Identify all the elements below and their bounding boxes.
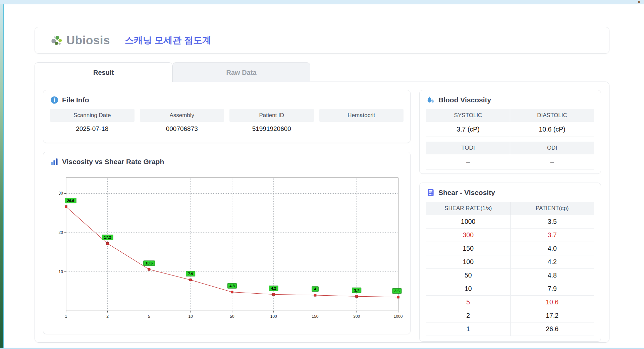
field-label: Hematocrit <box>319 109 404 122</box>
svg-text:100: 100 <box>270 314 277 319</box>
shear-table: SHEAR RATE(1/s) PATIENT(cp) 10003.5 3003… <box>426 202 594 336</box>
svg-text:3.5: 3.5 <box>394 289 399 293</box>
bv-label-diastolic: DIASTOLIC <box>510 109 594 122</box>
viscosity-chart: 1251050100150300100010203026.617.210.67.… <box>50 171 404 329</box>
shear-table-row: 107.9 <box>426 282 594 296</box>
shear-cell: 50 <box>426 269 510 282</box>
shear-viscosity-card: Shear - Viscosity SHEAR RATE(1/s) PATIEN… <box>419 183 601 342</box>
shear-cell: 1000 <box>426 215 510 229</box>
field-value: 000706873 <box>140 122 224 136</box>
file-info-fields: Scanning Date 2025-07-18 Assembly 000706… <box>50 109 404 136</box>
svg-text:300: 300 <box>353 314 360 319</box>
logo-text: Ubiosis <box>66 34 110 47</box>
graph-card: Viscosity vs Shear Rate Graph 1251050100… <box>43 152 411 334</box>
shear-cell: 1 <box>426 322 510 336</box>
calculator-icon <box>426 188 435 197</box>
blood-viscosity-title: Blood Viscosity <box>438 96 491 104</box>
shear-table-row: 126.6 <box>426 322 594 336</box>
svg-text:5: 5 <box>148 314 150 319</box>
bv-value-todi: – <box>426 154 510 169</box>
svg-text:30: 30 <box>59 191 63 196</box>
shear-table-row: 3003.7 <box>426 229 594 242</box>
svg-text:1: 1 <box>65 314 67 319</box>
shear-viscosity-header: Shear - Viscosity <box>426 188 594 197</box>
graph-title: Viscosity vs Shear Rate Graph <box>62 158 164 166</box>
logo-dots-icon <box>50 34 64 47</box>
droplet-icon <box>426 96 435 104</box>
shear-table-row: 504.8 <box>426 269 594 282</box>
blood-viscosity-grid: SYSTOLIC DIASTOLIC 3.7 (cP) 10.6 (cP) TO… <box>426 109 594 169</box>
file-info-card: File Info Scanning Date 2025-07-18 Assem… <box>43 90 411 143</box>
patient-cell: 3.5 <box>510 215 594 229</box>
patient-cell: 7.9 <box>510 282 594 296</box>
bv-label-odi: ODI <box>510 142 594 154</box>
svg-text:4.8: 4.8 <box>229 284 234 288</box>
logo: Ubiosis <box>50 34 110 47</box>
svg-text:1000: 1000 <box>394 314 403 319</box>
patient-cell: 10.6 <box>510 296 594 309</box>
shear-cell: 2 <box>426 309 510 322</box>
bv-label-systolic: SYSTOLIC <box>426 109 510 122</box>
blood-viscosity-card: Blood Viscosity SYSTOLIC DIASTOLIC 3.7 (… <box>419 90 601 174</box>
bar-chart-icon <box>50 157 59 166</box>
app-title: 스캐닝 모세관 점도계 <box>125 34 211 46</box>
tab-result[interactable]: Result <box>35 62 172 82</box>
shear-table-header-row: SHEAR RATE(1/s) PATIENT(cp) <box>426 202 594 215</box>
field-patient-id: Patient ID 51991920600 <box>229 109 314 136</box>
field-assembly: Assembly 000706873 <box>140 109 224 136</box>
desktop-background-strip <box>0 0 3 349</box>
window-close-button[interactable]: × <box>638 0 641 4</box>
file-info-title: File Info <box>62 96 89 104</box>
field-label: Patient ID <box>229 109 314 122</box>
patient-cell: 4.8 <box>510 269 594 282</box>
svg-text:3.7: 3.7 <box>354 288 359 292</box>
window-bottom-border <box>0 348 644 349</box>
file-info-header: File Info <box>50 96 404 104</box>
field-value <box>319 122 404 136</box>
graph-header: Viscosity vs Shear Rate Graph <box>50 157 404 166</box>
left-column: File Info Scanning Date 2025-07-18 Assem… <box>43 90 411 334</box>
right-column: Blood Viscosity SYSTOLIC DIASTOLIC 3.7 (… <box>419 90 601 334</box>
shear-viscosity-title: Shear - Viscosity <box>438 189 495 197</box>
shear-cell: 10 <box>426 282 510 296</box>
shear-table-row: 1004.2 <box>426 255 594 269</box>
svg-text:4: 4 <box>314 287 316 291</box>
shear-rate-column-header: SHEAR RATE(1/s) <box>426 202 510 215</box>
field-scanning-date: Scanning Date 2025-07-18 <box>50 109 135 136</box>
field-value: 51991920600 <box>229 122 314 136</box>
bv-value-diastolic: 10.6 (cP) <box>510 122 594 137</box>
svg-text:7.9: 7.9 <box>188 272 193 276</box>
tab-raw-data[interactable]: Raw Data <box>172 62 310 82</box>
patient-cell: 4.2 <box>510 255 594 269</box>
bv-value-odi: – <box>510 154 594 169</box>
svg-text:150: 150 <box>312 314 319 319</box>
shear-cell: 5 <box>426 296 510 309</box>
shear-cell: 100 <box>426 255 510 269</box>
svg-text:4.2: 4.2 <box>271 286 276 290</box>
shear-cell: 150 <box>426 242 510 255</box>
shear-table-row: 1504.0 <box>426 242 594 255</box>
main-panel: File Info Scanning Date 2025-07-18 Assem… <box>35 82 609 343</box>
svg-text:17.2: 17.2 <box>104 235 111 239</box>
app-window: Ubiosis 스캐닝 모세관 점도계 Result Raw Data File… <box>35 4 609 343</box>
tab-bar: Result Raw Data <box>35 62 609 82</box>
patient-cell: 26.6 <box>510 322 594 336</box>
shear-table-row: 10003.5 <box>426 215 594 229</box>
svg-text:10: 10 <box>59 269 63 274</box>
info-icon <box>50 96 59 104</box>
svg-text:10.6: 10.6 <box>146 261 153 265</box>
window-titlebar: × <box>0 0 644 4</box>
svg-text:26.6: 26.6 <box>67 199 74 203</box>
svg-text:10: 10 <box>189 314 193 319</box>
patient-column-header: PATIENT(cp) <box>510 202 594 215</box>
patient-cell: 17.2 <box>510 309 594 322</box>
patient-cell: 4.0 <box>510 242 594 255</box>
svg-text:50: 50 <box>230 314 234 319</box>
app-header: Ubiosis 스캐닝 모세관 점도계 <box>35 27 609 54</box>
bv-label-todi: TODI <box>426 142 510 154</box>
shear-cell: 300 <box>426 229 510 242</box>
svg-text:20: 20 <box>59 230 63 235</box>
svg-text:2: 2 <box>106 314 109 319</box>
field-value: 2025-07-18 <box>50 122 135 136</box>
shear-table-row: 217.2 <box>426 309 594 322</box>
